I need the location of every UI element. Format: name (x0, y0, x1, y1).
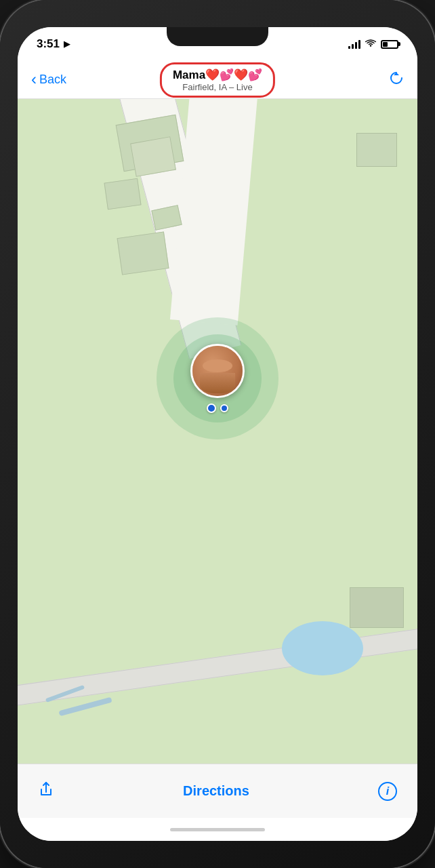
nav-bar: Back Mama❤️💕❤️💕 Fairfield, IA – Live (18, 61, 417, 99)
time-display: 3:51 (37, 37, 60, 51)
status-icons (348, 39, 398, 50)
location-area (190, 344, 245, 413)
signal-icon (348, 39, 360, 49)
back-label: Back (39, 73, 66, 87)
location-icon: ▶ (64, 39, 70, 49)
avatar (190, 344, 245, 398)
contact-name: Mama❤️💕❤️💕 (173, 68, 262, 82)
notch (167, 27, 268, 46)
share-location-button[interactable] (38, 781, 54, 802)
phone-screen: 3:51 ▶ (18, 27, 417, 841)
map-area[interactable] (18, 99, 417, 764)
chevron-left-icon (31, 71, 37, 88)
avatar-face (192, 346, 243, 396)
location-title-box: Mama❤️💕❤️💕 Fairfield, IA – Live (160, 62, 275, 98)
location-dot-2 (220, 404, 228, 412)
water-body (282, 621, 363, 675)
phone-frame: 3:51 ▶ (0, 0, 435, 868)
directions-button[interactable]: Directions (183, 783, 249, 799)
back-button[interactable]: Back (31, 71, 66, 88)
battery-icon (381, 40, 398, 49)
building-2 (130, 136, 176, 177)
home-indicator (18, 818, 417, 841)
building-5 (117, 231, 169, 275)
refresh-button[interactable] (389, 71, 404, 89)
info-button[interactable]: i (378, 782, 397, 801)
building-6 (356, 133, 397, 167)
home-bar (170, 828, 265, 831)
building-3 (104, 178, 141, 210)
info-icon: i (386, 785, 389, 797)
location-dots (207, 403, 228, 413)
status-time: 3:51 ▶ (37, 37, 70, 51)
location-subtitle: Fairfield, IA – Live (173, 82, 262, 92)
bottom-toolbar: Directions i (18, 764, 417, 818)
building-7 (350, 587, 404, 628)
location-dot-1 (207, 403, 216, 413)
wifi-icon (365, 39, 376, 50)
nav-center: Mama❤️💕❤️💕 Fairfield, IA – Live (160, 62, 275, 98)
